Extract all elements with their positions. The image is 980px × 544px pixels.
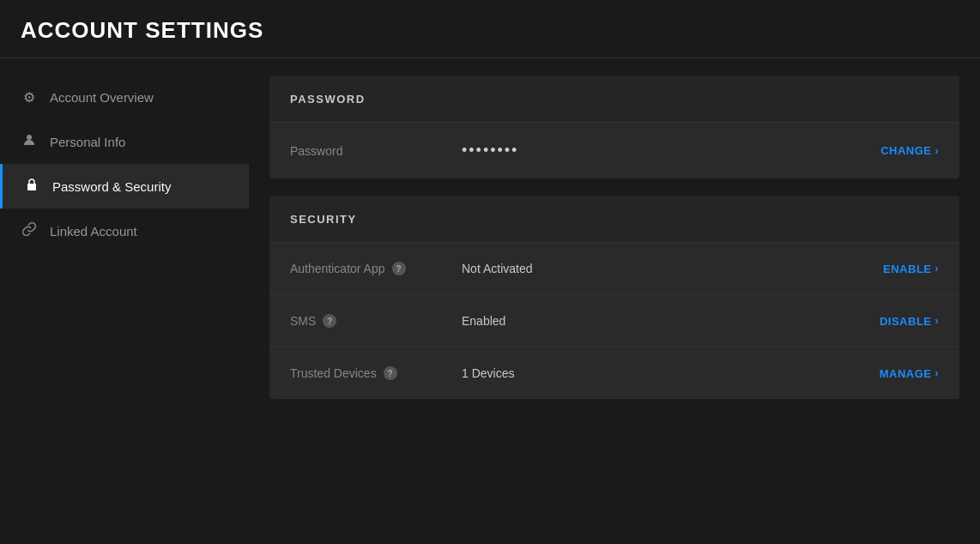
password-value: •••••••• <box>462 142 880 160</box>
sidebar-item-label: Password & Security <box>52 179 171 194</box>
svg-point-0 <box>27 135 32 140</box>
sms-help-icon[interactable]: ? <box>323 314 336 328</box>
chevron-right-icon: › <box>935 367 940 379</box>
authenticator-help-icon[interactable]: ? <box>392 262 406 275</box>
page-title: ACCOUNT SETTINGS <box>21 17 959 44</box>
chevron-right-icon: › <box>935 263 940 275</box>
svg-rect-1 <box>27 184 36 190</box>
main-layout: ⚙ Account Overview Personal Info Passwor… <box>0 58 980 544</box>
sidebar-item-linked-account[interactable]: Linked Account <box>0 209 249 253</box>
trusted-devices-help-icon[interactable]: ? <box>384 366 397 380</box>
sms-label: SMS ? <box>290 314 462 328</box>
sidebar-item-personal-info[interactable]: Personal Info <box>0 119 249 164</box>
trusted-devices-value: 1 Devices <box>462 366 880 380</box>
password-label: Password <box>290 144 462 158</box>
manage-trusted-devices-button[interactable]: MANAGE › <box>880 367 939 380</box>
disable-sms-button[interactable]: DISABLE › <box>880 315 939 328</box>
authenticator-label: Authenticator App ? <box>290 262 462 275</box>
password-row: Password •••••••• CHANGE › <box>269 123 959 178</box>
security-section: SECURITY Authenticator App ? Not Activat… <box>269 196 959 399</box>
enable-authenticator-button[interactable]: ENABLE › <box>883 263 939 275</box>
security-section-header: SECURITY <box>269 196 959 243</box>
gear-icon: ⚙ <box>21 89 38 106</box>
sidebar-item-account-overview[interactable]: ⚙ Account Overview <box>0 76 249 119</box>
trusted-devices-row: Trusted Devices ? 1 Devices MANAGE › <box>269 348 959 399</box>
security-section-title: SECURITY <box>290 213 357 226</box>
chevron-right-icon: › <box>935 315 940 327</box>
password-section-title: PASSWORD <box>290 93 366 106</box>
main-content: PASSWORD Password •••••••• CHANGE › SECU… <box>249 58 980 544</box>
link-icon <box>21 222 38 239</box>
trusted-devices-label: Trusted Devices ? <box>290 366 462 380</box>
sidebar-item-label: Linked Account <box>50 224 137 239</box>
password-section-header: PASSWORD <box>269 76 959 123</box>
person-icon <box>21 133 38 150</box>
sms-value: Enabled <box>462 314 880 328</box>
page-header: ACCOUNT SETTINGS <box>0 0 980 58</box>
sidebar-item-label: Personal Info <box>50 135 125 149</box>
change-password-button[interactable]: CHANGE › <box>880 144 939 157</box>
authenticator-value: Not Activated <box>462 262 883 275</box>
lock-icon <box>23 178 40 195</box>
sidebar-item-password-security[interactable]: Password & Security <box>0 164 249 209</box>
chevron-right-icon: › <box>935 145 940 157</box>
authenticator-app-row: Authenticator App ? Not Activated ENABLE… <box>269 243 959 295</box>
sms-row: SMS ? Enabled DISABLE › <box>269 295 959 348</box>
password-section: PASSWORD Password •••••••• CHANGE › <box>269 76 959 178</box>
sidebar: ⚙ Account Overview Personal Info Passwor… <box>0 58 249 544</box>
sidebar-item-label: Account Overview <box>50 90 154 105</box>
